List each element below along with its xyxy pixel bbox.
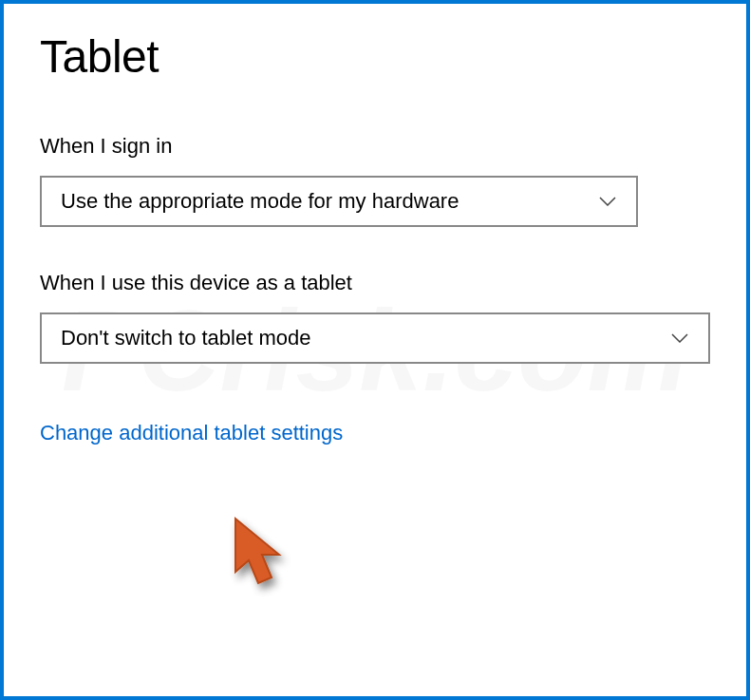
tablet-use-setting-group: When I use this device as a tablet Don't… — [40, 271, 710, 364]
signin-dropdown-value: Use the appropriate mode for my hardware — [61, 189, 459, 214]
tablet-use-label: When I use this device as a tablet — [40, 271, 710, 295]
content-area: Tablet When I sign in Use the appropriat… — [40, 30, 710, 445]
page-title: Tablet — [40, 30, 710, 83]
tablet-use-dropdown[interactable]: Don't switch to tablet mode — [40, 312, 710, 364]
chevron-down-icon — [670, 329, 689, 348]
signin-label: When I sign in — [40, 134, 710, 159]
annotation-cursor-arrow — [224, 513, 309, 621]
change-additional-settings-link[interactable]: Change additional tablet settings — [40, 421, 343, 445]
signin-dropdown[interactable]: Use the appropriate mode for my hardware — [40, 176, 638, 227]
settings-window: PCrisk.com Tablet When I sign in Use the… — [0, 0, 750, 700]
chevron-down-icon — [598, 192, 617, 211]
tablet-use-dropdown-value: Don't switch to tablet mode — [61, 326, 310, 350]
signin-setting-group: When I sign in Use the appropriate mode … — [40, 134, 710, 227]
